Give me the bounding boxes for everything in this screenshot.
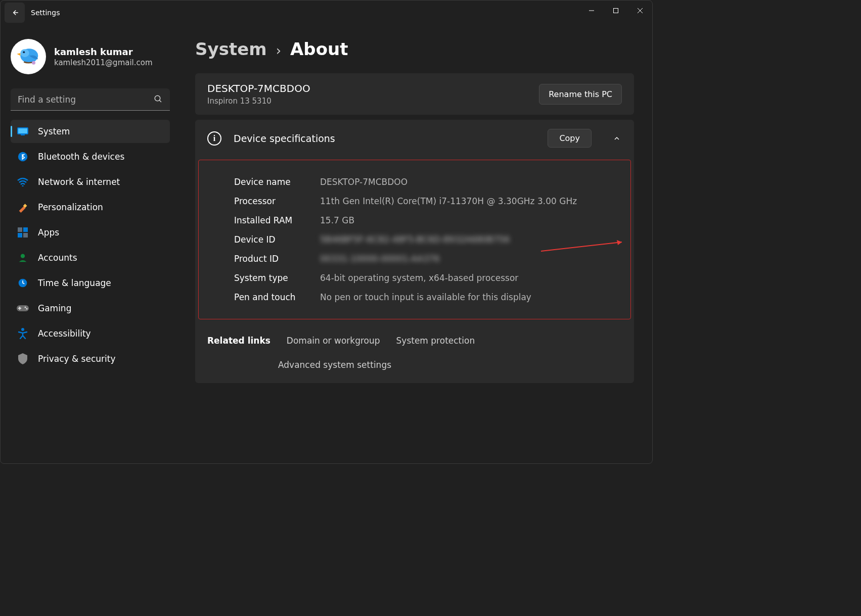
- svg-point-9: [155, 96, 160, 101]
- window-controls: [579, 1, 652, 21]
- search: [11, 88, 170, 111]
- window-title: Settings: [31, 9, 60, 17]
- gaming-icon: [17, 302, 29, 314]
- info-icon: i: [207, 131, 221, 146]
- sidebar-item-label: Accounts: [38, 253, 77, 263]
- chevron-up-icon: [613, 134, 621, 143]
- spec-row: Installed RAM15.7 GB: [234, 211, 618, 230]
- avatar: [11, 39, 46, 74]
- profile[interactable]: kamlesh kumar kamlesh2011@gmail.com: [11, 39, 170, 74]
- sidebar-item-apps[interactable]: Apps: [11, 221, 170, 244]
- svg-point-24: [25, 307, 26, 308]
- device-specs-table: Device nameDESKTOP-7MCBDOOProcessor11th …: [198, 160, 631, 319]
- related-link-advanced[interactable]: Advanced system settings: [278, 360, 391, 370]
- close-button[interactable]: [628, 1, 652, 21]
- sidebar-item-accessibility[interactable]: Accessibility: [11, 322, 170, 345]
- spec-value: 15.7 GB: [320, 215, 618, 225]
- sidebar-item-label: Time & language: [38, 278, 111, 288]
- spec-value: 64-bit operating system, x64-based proce…: [320, 273, 618, 283]
- sidebar-item-system[interactable]: System: [11, 120, 170, 143]
- svg-point-15: [22, 185, 23, 186]
- system-icon: [17, 125, 29, 137]
- spec-label: Product ID: [234, 254, 320, 264]
- sidebar: kamlesh kumar kamlesh2011@gmail.com Syst…: [1, 25, 180, 463]
- back-arrow-icon: [10, 8, 19, 17]
- pc-model: Inspiron 13 5310: [207, 97, 310, 106]
- svg-rect-20: [23, 233, 28, 238]
- user-email: kamlesh2011@gmail.com: [54, 58, 153, 67]
- sidebar-item-label: Personalization: [38, 202, 103, 212]
- network-icon: [17, 176, 29, 188]
- svg-line-10: [159, 100, 161, 102]
- svg-point-7: [23, 51, 25, 53]
- sidebar-item-label: System: [38, 126, 70, 136]
- breadcrumb-parent[interactable]: System: [195, 39, 267, 59]
- svg-rect-19: [18, 233, 22, 238]
- privacy-icon: [17, 353, 29, 365]
- spec-value: 11th Gen Intel(R) Core(TM) i7-11370H @ 3…: [320, 196, 618, 206]
- accessibility-icon: [17, 327, 29, 340]
- related-links: Related links Domain or workgroup System…: [195, 325, 634, 383]
- collapse-button[interactable]: [612, 133, 622, 144]
- maximize-button[interactable]: [604, 1, 628, 21]
- svg-rect-17: [18, 227, 22, 232]
- pc-name: DESKTOP-7MCBDOO: [207, 82, 310, 94]
- svg-point-26: [21, 328, 24, 331]
- spec-row: Processor11th Gen Intel(R) Core(TM) i7-1…: [234, 192, 618, 211]
- spec-label: Device ID: [234, 234, 320, 245]
- spec-row: Product ID00331-10000-00001-AA376: [234, 249, 618, 268]
- spec-label: System type: [234, 273, 320, 283]
- related-link-domain[interactable]: Domain or workgroup: [287, 336, 380, 346]
- pc-card: DESKTOP-7MCBDOO Inspiron 13 5310 Rename …: [195, 73, 634, 115]
- svg-rect-13: [21, 134, 25, 135]
- sidebar-item-network[interactable]: Network & internet: [11, 170, 170, 194]
- device-specs-card: i Device specifications Copy Device name…: [195, 120, 634, 383]
- breadcrumb: System › About: [195, 39, 634, 59]
- spec-label: Processor: [234, 196, 320, 206]
- search-input[interactable]: [11, 88, 170, 111]
- sidebar-item-personalization[interactable]: Personalization: [11, 196, 170, 219]
- back-button[interactable]: [5, 3, 25, 23]
- spec-label: Installed RAM: [234, 215, 320, 225]
- spec-row: System type64-bit operating system, x64-…: [234, 268, 618, 288]
- related-link-system-protection[interactable]: System protection: [396, 336, 475, 346]
- sidebar-item-privacy[interactable]: Privacy & security: [11, 347, 170, 370]
- sidebar-item-gaming[interactable]: Gaming: [11, 297, 170, 320]
- svg-point-25: [26, 308, 28, 310]
- user-name: kamlesh kumar: [54, 46, 153, 57]
- svg-rect-1: [614, 9, 618, 13]
- sidebar-item-accounts[interactable]: Accounts: [11, 246, 170, 269]
- spec-value: No pen or touch input is available for t…: [320, 292, 618, 302]
- sidebar-item-label: Apps: [38, 227, 59, 238]
- copy-button[interactable]: Copy: [548, 129, 592, 148]
- spec-value: 00331-10000-00001-AA376: [320, 254, 618, 264]
- svg-point-21: [21, 254, 25, 258]
- spec-label: Pen and touch: [234, 292, 320, 302]
- svg-marker-6: [17, 53, 20, 56]
- svg-rect-12: [18, 128, 27, 133]
- minimize-button[interactable]: [579, 1, 604, 21]
- time-language-icon: [17, 277, 29, 289]
- search-icon: [154, 94, 163, 106]
- rename-pc-button[interactable]: Rename this PC: [539, 84, 622, 105]
- titlebar: Settings: [1, 1, 652, 25]
- spec-row: Pen and touchNo pen or touch input is av…: [234, 288, 618, 307]
- bluetooth-icon: [17, 151, 29, 163]
- sidebar-item-label: Accessibility: [38, 328, 91, 339]
- apps-icon: [17, 226, 29, 239]
- sidebar-item-label: Privacy & security: [38, 354, 116, 364]
- sidebar-item-bluetooth[interactable]: Bluetooth & devices: [11, 145, 170, 168]
- sidebar-item-time-language[interactable]: Time & language: [11, 271, 170, 295]
- personalization-icon: [17, 201, 29, 213]
- spec-value: 5B46BF5F-6C82-48F5-BC6D-8932A680B756: [320, 234, 618, 245]
- svg-point-5: [20, 49, 29, 57]
- breadcrumb-current: About: [290, 39, 348, 59]
- spec-row: Device nameDESKTOP-7MCBDOO: [234, 172, 618, 192]
- avatar-bird-icon: [14, 42, 42, 71]
- svg-rect-18: [23, 227, 28, 232]
- sidebar-item-label: Network & internet: [38, 177, 120, 187]
- device-specs-title: Device specifications: [234, 133, 535, 144]
- sidebar-item-label: Bluetooth & devices: [38, 152, 124, 162]
- related-links-title: Related links: [207, 336, 270, 346]
- main: System › About DESKTOP-7MCBDOO Inspiron …: [180, 25, 652, 463]
